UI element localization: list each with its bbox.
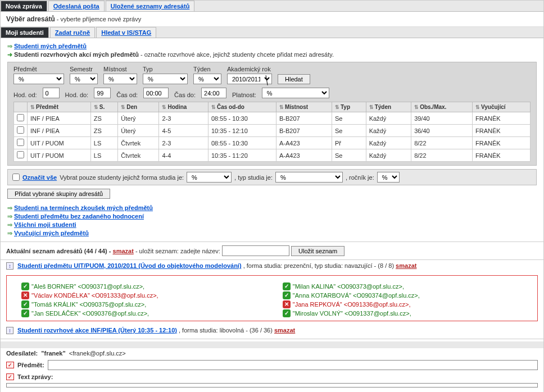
check-all-checkbox[interactable] bbox=[12, 174, 20, 181]
check-icon[interactable]: ✓ bbox=[283, 282, 291, 290]
page-title: Výběr adresátů bbox=[6, 15, 55, 23]
expand-icon[interactable]: ↕ bbox=[6, 327, 13, 334]
study-type-select[interactable]: % bbox=[275, 172, 343, 183]
email-item: ✓"Tomáš KRÁLIK" <O090375@opf.slu.cz>, bbox=[21, 300, 271, 308]
remove-icon[interactable]: ✕ bbox=[283, 300, 291, 308]
save-list-button[interactable]: Uložit seznam bbox=[291, 246, 344, 256]
col-header[interactable]: S. bbox=[90, 102, 118, 112]
email-item: ✓"Milan KALINA" <O090373@opf.slu.cz>, bbox=[283, 282, 533, 290]
group1-title-link[interactable]: Studenti předmětu UIT/PUOM, 2010/2011 (Ú… bbox=[17, 262, 242, 269]
table-row: UIT / PUOMLSČtvrtek2-308:55 - 10:30A-A42… bbox=[14, 137, 531, 149]
check-icon[interactable]: ✓ bbox=[283, 309, 291, 317]
row-checkbox[interactable] bbox=[17, 114, 24, 121]
sender-name: "franek" bbox=[41, 350, 65, 357]
row-checkbox[interactable] bbox=[17, 126, 24, 134]
search-button[interactable]: Hledat bbox=[278, 74, 310, 84]
link-students-schedule-actions: Studenti rozvrhových akcí mých předmětů bbox=[14, 51, 139, 58]
email-item: ✓"Aleš BORNER" <O090371@opf.slu.cz>, bbox=[21, 282, 271, 290]
email-item: ✕"Jana REPKOVÁ" <O091336@opf.slu.cz>, bbox=[283, 300, 533, 308]
table-row: UIT / PUOMLSČtvrtek4-410:35 - 11:20A-A42… bbox=[14, 149, 531, 162]
sub-tabs: Moji studenti Zadat ručně Hledat v IS/ST… bbox=[1, 27, 543, 38]
email-item: ✓"Jan SEDLÁČEK" <O090376@opf.slu.cz>, bbox=[21, 309, 271, 317]
col-header[interactable]: Čas od-do bbox=[208, 102, 276, 112]
subtab-search-stag[interactable]: Hledat v IS/STAG bbox=[96, 27, 156, 38]
check-all-link[interactable]: Označit vše bbox=[22, 174, 57, 181]
subtab-manual[interactable]: Zadat ručně bbox=[50, 27, 95, 38]
link-exam-terms[interactable]: Studenti na termínech zkoušek mých předm… bbox=[14, 204, 153, 211]
list-name-input[interactable] bbox=[222, 245, 289, 256]
col-header[interactable]: Vyučující bbox=[472, 102, 530, 112]
remove-icon[interactable]: ✕ bbox=[21, 291, 29, 299]
tab-saved-lists[interactable]: Uložené seznamy adresátů bbox=[106, 1, 195, 11]
clear-list-link[interactable]: smazat bbox=[113, 248, 134, 254]
study-form-select[interactable]: % bbox=[187, 172, 232, 183]
room-select[interactable]: % bbox=[103, 74, 137, 84]
text-label: Text zprávy: bbox=[17, 373, 53, 380]
email-item: ✓"Miroslav VOLNÝ" <O091337@opf.slu.cz>, bbox=[283, 309, 533, 317]
col-header[interactable]: Obs./Max. bbox=[411, 102, 473, 112]
email-item: ✕"Václav KONDĚLKA" <O091333@opf.slu.cz>, bbox=[21, 291, 271, 299]
add-selected-groups-button[interactable]: Přidat vybrané skupiny adresátů bbox=[7, 189, 110, 199]
group1-delete-link[interactable]: smazat bbox=[396, 262, 416, 269]
link-students-my-subjects[interactable]: Studenti mých předmětů bbox=[14, 43, 87, 49]
semester-select[interactable]: % bbox=[70, 74, 98, 84]
table-row: INF / PIEAZSÚterý2-308:55 - 10:30B-B207S… bbox=[14, 112, 531, 125]
col-header[interactable]: Typ bbox=[332, 102, 366, 112]
subject-label: Předmět: bbox=[17, 362, 44, 368]
link-teachers[interactable]: Vyučující mých předmětů bbox=[14, 230, 89, 236]
subtab-my-students[interactable]: Moji studenti bbox=[1, 27, 49, 38]
sender-addr: <franek@opf.slu.cz> bbox=[69, 350, 126, 357]
year-select[interactable]: 2010/2011 bbox=[227, 74, 272, 84]
top-tabs: Nová zpráva Odeslaná pošta Uložené sezna… bbox=[1, 1, 543, 12]
filter-panel: Předmět% Semestr% Místnost% Typ% Týden% … bbox=[7, 62, 537, 166]
hour-to-input[interactable] bbox=[94, 88, 111, 98]
collapse-icon[interactable]: ↕ bbox=[6, 262, 13, 270]
check-icon[interactable]: ✓ bbox=[21, 282, 29, 290]
validity-select[interactable]: % bbox=[262, 88, 329, 98]
col-header[interactable]: Hodina bbox=[159, 102, 208, 112]
subject-input[interactable] bbox=[48, 360, 538, 370]
required-icon: ✓ bbox=[6, 373, 14, 380]
col-header[interactable]: Předmět bbox=[28, 102, 91, 112]
tab-sent[interactable]: Odeslaná pošta bbox=[48, 1, 105, 11]
email-item: ✓"Anna KOTARBOVÁ" <O090374@opf.slu.cz>, bbox=[283, 291, 533, 299]
time-to-input[interactable] bbox=[201, 88, 226, 98]
sender-label: Odesílatel: bbox=[6, 350, 38, 357]
group2-delete-link[interactable]: smazat bbox=[274, 327, 295, 334]
link-no-grade[interactable]: Studenti předmětu bez zadaného hodnocení bbox=[14, 213, 144, 220]
page-subtitle: - vyberte příjemce nové zprávy bbox=[57, 16, 141, 22]
subject-select[interactable]: % bbox=[13, 74, 64, 84]
col-header[interactable]: Týden bbox=[366, 102, 411, 112]
hour-from-input[interactable] bbox=[43, 88, 60, 98]
current-list-title: Aktuální seznam adresátů (44 / 44) - bbox=[6, 248, 111, 254]
check-icon[interactable]: ✓ bbox=[283, 291, 291, 299]
row-checkbox[interactable] bbox=[17, 139, 24, 146]
table-row: INF / PIEAZSÚterý4-510:35 - 12:10B-B207S… bbox=[14, 125, 531, 137]
tab-new-message[interactable]: Nová zpráva bbox=[1, 1, 47, 11]
schedule-table: PředmětS.DenHodinaČas od-doMístnostTypTý… bbox=[13, 102, 531, 162]
row-checkbox[interactable] bbox=[17, 151, 24, 158]
check-icon[interactable]: ✓ bbox=[21, 300, 29, 308]
week-select[interactable]: % bbox=[193, 74, 221, 84]
message-body-input[interactable] bbox=[6, 383, 538, 388]
group1-box: ✓"Aleš BORNER" <O090371@opf.slu.cz>,✓"Mi… bbox=[6, 275, 538, 321]
check-icon[interactable]: ✓ bbox=[21, 309, 29, 317]
year-num-select[interactable]: % bbox=[377, 172, 400, 183]
col-header[interactable]: Místnost bbox=[276, 102, 332, 112]
type-select[interactable]: % bbox=[143, 74, 188, 84]
link-all-students[interactable]: Všichni moji studenti bbox=[14, 221, 76, 228]
required-icon: ✓ bbox=[6, 362, 14, 368]
group2-title-link[interactable]: Studenti rozvrhové akce INF/PIEA (Úterý … bbox=[17, 327, 177, 334]
col-header[interactable]: Den bbox=[118, 102, 159, 112]
time-from-input[interactable] bbox=[143, 88, 169, 98]
